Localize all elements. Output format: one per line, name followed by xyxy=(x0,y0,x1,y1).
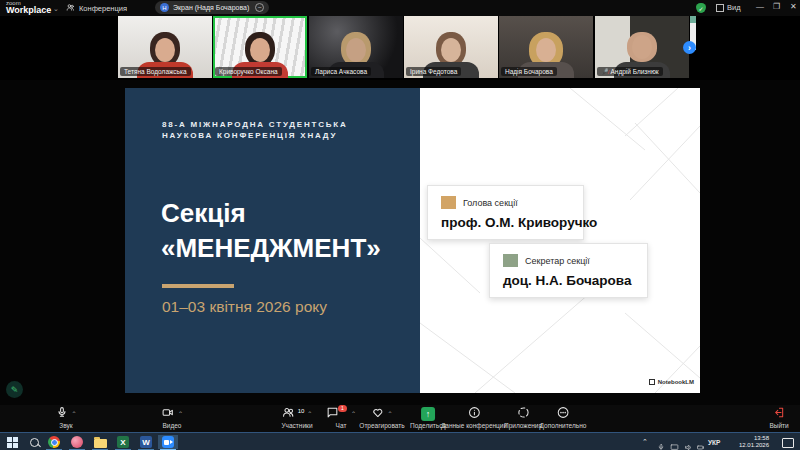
stop-share-icon[interactable]: − xyxy=(255,3,264,12)
gold-divider xyxy=(162,284,234,288)
hidden-icons-chevron[interactable]: ⌃ xyxy=(642,433,648,450)
chair-role-label: Голова секції xyxy=(463,198,518,208)
time-text: 13:58 xyxy=(754,435,769,442)
chevron-up-icon[interactable]: ⌃ xyxy=(351,411,356,417)
taskbar-zoom-icon[interactable] xyxy=(158,435,178,449)
green-swatch xyxy=(503,254,518,267)
conference-dates: 01–03 квітня 2026 року xyxy=(162,298,327,316)
leave-icon xyxy=(773,405,786,423)
chat-badge: 1 xyxy=(338,405,347,412)
close-button[interactable]: ✕ xyxy=(790,2,797,12)
participant-name: Криворучко Оксана xyxy=(215,67,282,76)
participant-name: Тетяна Водолажська xyxy=(120,67,191,76)
view-button[interactable]: Вид xyxy=(716,3,741,12)
notebooklm-icon xyxy=(649,379,655,385)
window-title-bar: zoom Workplace ⌄ Конференция Н Экран (На… xyxy=(0,0,800,16)
chair-name: проф. О.М. Криворучко xyxy=(441,215,570,230)
video-tile-active-speaker[interactable]: Криворучко Оксана xyxy=(213,16,307,78)
leave-meeting-button[interactable]: Выйти xyxy=(769,407,788,429)
next-participants-button[interactable]: › xyxy=(683,41,696,54)
info-label: Данные конференции xyxy=(441,422,507,429)
minimize-button[interactable]: — xyxy=(756,2,764,12)
conference-tab-label: Конференция xyxy=(79,4,127,13)
video-tile[interactable]: Ірина Федотова xyxy=(404,16,498,78)
participants-button[interactable]: 10 ⌃ Участники xyxy=(281,407,312,429)
taskbar-explorer-icon[interactable] xyxy=(90,435,110,449)
video-label: Видео xyxy=(163,422,182,429)
geometric-line-decoration xyxy=(420,88,700,393)
apps-icon xyxy=(517,405,530,423)
share-screen-icon: ↑ xyxy=(421,407,435,421)
video-tile[interactable]: 🎤̸ Андрій Близнюк xyxy=(595,16,689,78)
notebooklm-watermark: NotebookLM xyxy=(649,379,694,385)
video-button[interactable]: ⌃ Видео xyxy=(161,407,183,429)
gold-swatch xyxy=(441,196,456,209)
chevron-up-icon[interactable]: ⌃ xyxy=(71,411,76,417)
leave-label: Выйти xyxy=(769,422,788,429)
action-center-icon[interactable] xyxy=(782,438,794,448)
meeting-info-button[interactable]: Данные конференции xyxy=(441,407,507,429)
search-icon[interactable] xyxy=(24,435,44,449)
windows-taskbar: X W ⌃ УКР 13:58 12.01.2026 xyxy=(0,432,800,450)
microphone-icon xyxy=(55,405,68,423)
tray-microphone-icon[interactable] xyxy=(657,433,665,450)
participants-count: 10 xyxy=(298,408,305,414)
secretary-role-label: Секретар секції xyxy=(525,256,590,266)
tab-screen-share[interactable]: Н Экран (Надя Бочарова) − xyxy=(155,1,269,14)
audio-button[interactable]: ⌃ Звук xyxy=(55,407,76,429)
maximize-button[interactable]: ❐ xyxy=(773,2,780,12)
chair-card: Голова секції проф. О.М. Криворучко xyxy=(427,185,584,240)
video-tile[interactable]: Лариса Ачкасова xyxy=(309,16,403,78)
taskbar-excel-icon[interactable]: X xyxy=(113,435,133,449)
chat-label: Чат xyxy=(336,422,347,429)
video-tile[interactable]: Тетяна Водолажська xyxy=(118,16,212,78)
info-icon xyxy=(468,405,481,423)
chat-button[interactable]: 1 ⌃ Чат xyxy=(326,407,356,429)
chevron-up-icon[interactable]: ⌃ xyxy=(387,411,392,417)
people-icon xyxy=(66,3,75,14)
slide-left-panel: 88-А МІЖНАРОДНА СТУДЕНТСЬКА НАУКОВА КОНФ… xyxy=(125,88,420,393)
muted-mic-icon: 🎤̸ xyxy=(601,69,609,75)
taskbar-word-icon[interactable]: W xyxy=(136,435,156,449)
chevron-down-icon[interactable]: ⌄ xyxy=(53,5,59,13)
participant-name: Лариса Ачкасова xyxy=(311,67,371,76)
conference-kicker: 88-А МІЖНАРОДНА СТУДЕНТСЬКА НАУКОВА КОНФ… xyxy=(162,119,348,141)
language-indicator[interactable]: УКР xyxy=(708,433,720,450)
taskbar-clock[interactable]: 13:58 12.01.2026 xyxy=(731,435,769,449)
secretary-name: доц. Н.А. Бочарова xyxy=(503,273,634,288)
taskbar-photos-icon[interactable] xyxy=(67,435,87,449)
grid-view-icon xyxy=(716,4,724,12)
tray-volume-icon[interactable] xyxy=(684,433,692,450)
start-button[interactable] xyxy=(2,435,22,449)
tab-conference[interactable]: Конференция xyxy=(66,3,127,14)
security-shield-icon[interactable]: ✓ xyxy=(696,3,706,13)
participants-label: Участники xyxy=(281,422,312,429)
screen-share-tab-label: Экран (Надя Бочарова) xyxy=(173,4,251,11)
heart-icon xyxy=(371,405,384,423)
more-label: Дополнительно xyxy=(540,422,587,429)
react-button[interactable]: ⌃ Отреагировать xyxy=(359,407,404,429)
participant-name: Ірина Федотова xyxy=(406,67,461,76)
presentation-slide: 88-А МІЖНАРОДНА СТУДЕНТСЬКА НАУКОВА КОНФ… xyxy=(125,88,700,393)
participant-name: 🎤̸ Андрій Близнюк xyxy=(597,67,663,76)
participant-name: Надія Бочарова xyxy=(501,67,557,76)
apps-button[interactable]: Приложения xyxy=(504,407,542,429)
taskbar-chrome-icon[interactable] xyxy=(44,435,64,449)
date-text: 12.01.2026 xyxy=(739,442,769,449)
video-tile[interactable]: Надія Бочарова xyxy=(499,16,593,78)
avatar: Н xyxy=(160,3,169,12)
chevron-up-icon[interactable]: ⌃ xyxy=(178,411,183,417)
audio-label: Звук xyxy=(59,422,72,429)
tray-display-icon[interactable] xyxy=(670,433,678,450)
chevron-up-icon[interactable]: ⌃ xyxy=(307,411,312,417)
tray-battery-icon[interactable] xyxy=(696,433,704,450)
more-icon xyxy=(556,405,569,423)
view-button-label: Вид xyxy=(727,3,741,12)
camera-icon xyxy=(161,405,175,423)
apps-label: Приложения xyxy=(504,422,542,429)
annotate-pencil-button[interactable]: ✎ xyxy=(6,381,23,398)
shared-screen-area: 88-А МІЖНАРОДНА СТУДЕНТСЬКА НАУКОВА КОНФ… xyxy=(0,80,800,405)
section-title: Секція «МЕНЕДЖМЕНТ» xyxy=(161,196,381,266)
more-button[interactable]: Дополнительно xyxy=(540,407,587,429)
zoom-workplace-logo: zoom Workplace xyxy=(6,0,51,14)
